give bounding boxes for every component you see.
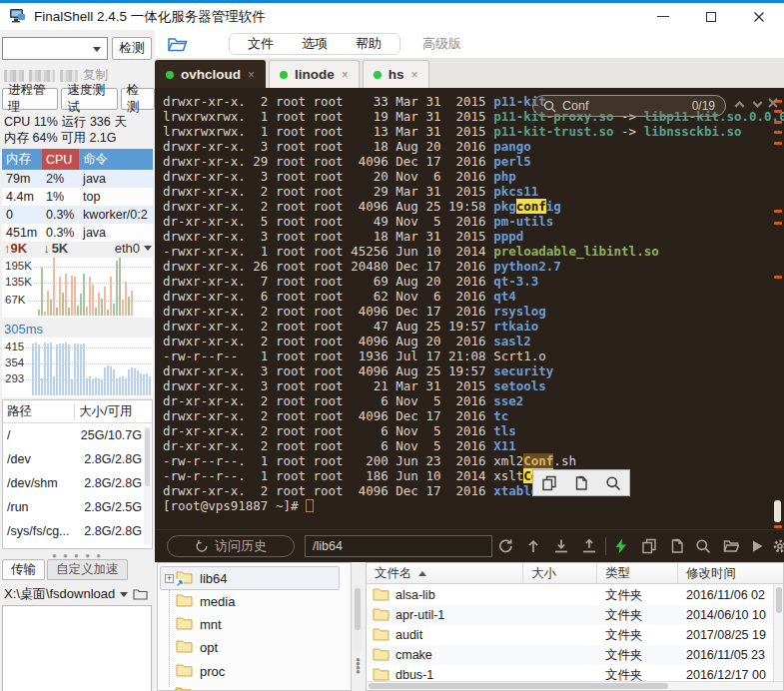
file-row-audit[interactable]: audit文件夹2017/08/25 19 bbox=[367, 625, 783, 645]
latency-bar bbox=[44, 343, 46, 395]
open-folder-icon[interactable] bbox=[723, 538, 739, 554]
expand-icon[interactable]: + bbox=[165, 574, 174, 583]
process-row[interactable]: 00.3%kworker/0:2 bbox=[2, 206, 153, 224]
latency-bar bbox=[128, 369, 130, 395]
search-close-icon[interactable] bbox=[766, 96, 780, 113]
process-col-header[interactable]: CPU bbox=[42, 149, 79, 170]
session-tab-ovhcloud[interactable]: ovhcloud× bbox=[155, 60, 266, 88]
host-combobox[interactable] bbox=[2, 37, 108, 60]
file-col-header-大小[interactable]: 大小 bbox=[523, 563, 597, 584]
search-icon[interactable] bbox=[605, 475, 621, 491]
search-next-button[interactable] bbox=[750, 97, 765, 115]
tree-item-mnt[interactable]: mnt bbox=[160, 613, 340, 637]
terminal-prompt[interactable]: [root@vps91887 ~]# bbox=[163, 498, 784, 513]
search-icon[interactable] bbox=[695, 538, 711, 554]
chevron-down-icon[interactable] bbox=[93, 47, 101, 52]
chevron-down-icon[interactable] bbox=[120, 592, 128, 597]
mount-row[interactable]: /sys/fs/cg...2.8G/2.8G bbox=[3, 519, 152, 543]
tree-item-media[interactable]: media bbox=[160, 589, 340, 613]
tab-close-icon[interactable]: × bbox=[342, 68, 349, 82]
mount-row[interactable]: /dev2.8G/2.8G bbox=[3, 447, 152, 471]
copy-icon[interactable] bbox=[541, 475, 557, 491]
mount-row[interactable]: /dev/shm2.8G/2.8G bbox=[3, 471, 152, 495]
settings-icon[interactable] bbox=[772, 538, 784, 554]
terminal-search-box[interactable]: Conf 0/19 bbox=[532, 95, 726, 117]
scrollbar-thumb[interactable] bbox=[774, 500, 781, 522]
search-prev-button[interactable] bbox=[732, 97, 747, 115]
tree-item-proc[interactable]: proc bbox=[160, 659, 340, 683]
latency-bar bbox=[50, 343, 52, 395]
folder-outline-icon[interactable] bbox=[133, 588, 148, 600]
sidebar-button-速度测试[interactable]: 速度测试 bbox=[61, 88, 117, 110]
lightning-icon[interactable] bbox=[613, 538, 629, 554]
file-table-vscrollbar[interactable] bbox=[773, 584, 783, 682]
tab-close-icon[interactable]: × bbox=[411, 68, 418, 82]
paste-icon[interactable] bbox=[573, 475, 589, 491]
mount-row[interactable]: /run2.8G/2.5G bbox=[3, 495, 152, 519]
file-col-header-修改时间[interactable]: 修改时间 bbox=[678, 563, 784, 584]
folder-icon bbox=[176, 663, 193, 680]
up-icon[interactable] bbox=[525, 538, 541, 554]
session-tab-linode[interactable]: linode× bbox=[269, 60, 360, 88]
tree-item-root[interactable]: +root bbox=[160, 683, 340, 691]
pro-version-label[interactable]: 高级版 bbox=[422, 35, 461, 53]
process-cell: 451m bbox=[2, 224, 42, 242]
tree-item-opt[interactable]: opt bbox=[160, 636, 340, 660]
process-row[interactable]: 4.4m1%top bbox=[2, 188, 153, 206]
history-button[interactable]: 访问历史 bbox=[167, 535, 295, 557]
tab-自定义加速[interactable]: 自定义加速 bbox=[47, 559, 128, 580]
file-col-header-类型[interactable]: 类型 bbox=[597, 563, 678, 584]
sidebar-button-进程管理[interactable]: 进程管理 bbox=[2, 88, 58, 110]
tab-传输[interactable]: 传输 bbox=[2, 559, 45, 580]
detect-button[interactable]: 检测 bbox=[112, 37, 152, 60]
terminal[interactable]: drwxr-xr-x. 2 root root 33 Mar 31 2015 p… bbox=[155, 88, 784, 529]
mount-row[interactable]: /25G/10.7G bbox=[3, 423, 152, 447]
process-row[interactable]: 79m2%java bbox=[2, 170, 153, 188]
mount-scrollbar[interactable] bbox=[144, 426, 151, 544]
terminal-line: -rw-r--r-- 1 root root 1936 Jul 17 21:08… bbox=[163, 348, 784, 363]
splitter-handle[interactable]: ●●●● bbox=[355, 658, 362, 674]
search-query[interactable]: Conf bbox=[562, 99, 588, 113]
session-tab-hs[interactable]: hs× bbox=[363, 60, 429, 88]
run-icon[interactable] bbox=[749, 538, 765, 554]
remote-path-input[interactable]: /lib64 bbox=[305, 535, 492, 557]
file-modified-cell: 2016/11/05 23 bbox=[678, 648, 783, 662]
upload-icon[interactable] bbox=[581, 538, 597, 554]
download-path-label[interactable]: X:\桌面\fsdownload bbox=[4, 585, 115, 603]
process-col-header[interactable]: 内存 bbox=[2, 149, 42, 170]
close-button[interactable] bbox=[742, 5, 776, 29]
process-cell: java bbox=[79, 224, 153, 242]
menu-item-文件[interactable]: 文件 bbox=[234, 35, 288, 53]
search-result-marker bbox=[774, 276, 782, 279]
terminal-scrollbar[interactable] bbox=[774, 88, 783, 529]
maximize-button[interactable] bbox=[694, 5, 728, 29]
tree-scrollbar[interactable] bbox=[354, 584, 362, 654]
copy-icon[interactable] bbox=[641, 538, 657, 554]
mount-row[interactable]: /run/user/0583M/583M bbox=[3, 543, 152, 549]
file-table-hscrollbar[interactable] bbox=[367, 681, 783, 690]
tab-close-icon[interactable]: × bbox=[248, 68, 255, 82]
file-row-cmake[interactable]: cmake文件夹2016/11/05 23 bbox=[367, 645, 783, 665]
mount-col-path[interactable]: 路径 bbox=[3, 403, 75, 420]
file-row-apr-util-1[interactable]: apr-util-1文件夹2014/06/10 10 bbox=[367, 605, 783, 625]
sidebar-button-检测[interactable]: 检测 bbox=[121, 88, 155, 110]
download-icon[interactable] bbox=[553, 538, 569, 554]
open-folder-icon[interactable] bbox=[167, 36, 189, 53]
tree-item-lib64[interactable]: +lib64 bbox=[160, 566, 340, 590]
file-row-alsa-lib[interactable]: alsa-lib文件夹2016/11/06 02 bbox=[367, 585, 783, 605]
process-col-header[interactable]: 命令 bbox=[79, 149, 153, 170]
terminal-cursor bbox=[306, 499, 314, 512]
transfer-list-panel[interactable] bbox=[2, 605, 152, 691]
minimize-button[interactable] bbox=[646, 5, 680, 29]
upload-bar bbox=[86, 307, 88, 316]
process-cell: 1% bbox=[42, 188, 79, 206]
paste-icon[interactable] bbox=[669, 538, 685, 554]
file-col-header-文件名[interactable]: 文件名 bbox=[367, 563, 523, 584]
menu-item-选项[interactable]: 选项 bbox=[288, 35, 342, 53]
process-row[interactable]: 451m0.3%java bbox=[2, 224, 153, 242]
menu-item-帮助[interactable]: 帮助 bbox=[342, 35, 395, 53]
refresh-icon[interactable] bbox=[497, 538, 513, 554]
interface-selector[interactable]: eth0 bbox=[115, 241, 152, 256]
mount-col-size[interactable]: 大小/可用 bbox=[75, 403, 136, 420]
upload-bar bbox=[65, 274, 67, 316]
